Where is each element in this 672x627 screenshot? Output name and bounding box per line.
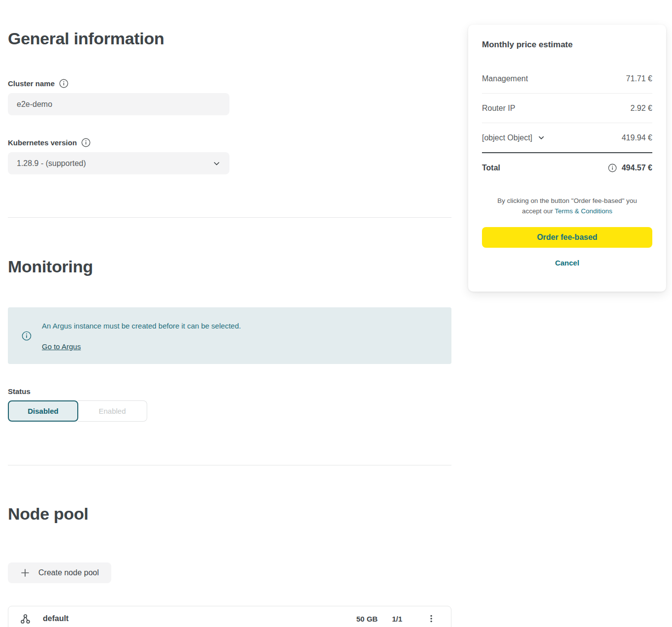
cancel-button[interactable]: Cancel bbox=[555, 259, 579, 267]
monthly-price-estimate-card: Monthly price estimate Management 71.71 … bbox=[468, 25, 666, 292]
node-pool-name: default bbox=[43, 614, 68, 623]
order-fee-based-button[interactable]: Order fee-based bbox=[482, 227, 652, 248]
main-form: General information Cluster name Kuberne… bbox=[8, 0, 451, 627]
chevron-down-icon bbox=[213, 160, 221, 167]
go-to-argus-link[interactable]: Go to Argus bbox=[42, 342, 81, 351]
info-icon[interactable] bbox=[59, 79, 68, 88]
section-divider bbox=[8, 217, 451, 218]
monitoring-title: Monitoring bbox=[8, 257, 451, 276]
node-pool-menu-button[interactable] bbox=[423, 612, 439, 626]
price-row-label: [object Object] bbox=[482, 132, 532, 143]
total-value: 494.57 € bbox=[622, 163, 652, 173]
create-node-pool-button[interactable]: Create node pool bbox=[8, 562, 111, 583]
price-row-management: Management 71.71 € bbox=[482, 64, 652, 94]
info-icon[interactable] bbox=[81, 138, 91, 147]
k8s-version-label: Kubernetes version bbox=[8, 138, 77, 147]
price-row-label: Router IP bbox=[482, 103, 515, 113]
total-label: Total bbox=[482, 163, 500, 173]
chevron-down-icon[interactable] bbox=[538, 134, 545, 141]
price-rows: Management 71.71 € Router IP 2.92 € [obj… bbox=[482, 64, 652, 152]
terms-text: By clicking on the button "Order fee-bas… bbox=[482, 196, 652, 216]
price-row-label: Management bbox=[482, 73, 528, 84]
status-label: Status bbox=[8, 387, 31, 396]
terms-line1: By clicking on the button "Order fee-bas… bbox=[497, 197, 637, 204]
total-row: Total 494.57 € bbox=[482, 153, 652, 182]
create-node-pool-label: Create node pool bbox=[38, 568, 99, 577]
node-pool-storage: 50 GB bbox=[356, 615, 378, 623]
node-pool-node-count: 1/1 bbox=[392, 615, 402, 623]
info-icon[interactable] bbox=[608, 164, 617, 172]
info-icon bbox=[22, 320, 32, 351]
plus-icon bbox=[20, 568, 30, 578]
kebab-icon bbox=[426, 614, 436, 624]
price-row-router-ip: Router IP 2.92 € bbox=[482, 94, 652, 123]
price-card-title: Monthly price estimate bbox=[482, 39, 652, 50]
node-pool-row[interactable]: default 50 GB 1/1 bbox=[8, 606, 451, 627]
node-pool-metrics: 50 GB 1/1 bbox=[356, 612, 439, 626]
terms-line2-prefix: accept our bbox=[522, 207, 555, 215]
section-divider bbox=[8, 465, 451, 465]
price-row-value: 2.92 € bbox=[631, 103, 652, 113]
argus-info-alert: An Argus instance must be created before… bbox=[8, 307, 451, 364]
cluster-name-label: Cluster name bbox=[8, 79, 55, 88]
k8s-version-selected-value: 1.28.9 - (supported) bbox=[17, 159, 86, 168]
k8s-version-select[interactable]: 1.28.9 - (supported) bbox=[8, 152, 229, 174]
cluster-name-label-row: Cluster name bbox=[8, 79, 451, 88]
cluster-name-input[interactable] bbox=[8, 93, 229, 115]
price-row-value: 419.94 € bbox=[622, 132, 652, 143]
node-pool-title: Node pool bbox=[8, 504, 451, 524]
price-row-node-pools: [object Object] 419.94 € bbox=[482, 123, 652, 152]
alert-body: An Argus instance must be created before… bbox=[42, 321, 241, 351]
alert-message: An Argus instance must be created before… bbox=[42, 321, 241, 330]
status-option-enabled[interactable]: Enabled bbox=[78, 400, 147, 422]
status-toggle: Disabled Enabled bbox=[8, 400, 147, 422]
terms-and-conditions-link[interactable]: Terms & Conditions bbox=[555, 207, 612, 215]
node-pool-icon bbox=[20, 614, 31, 624]
status-option-disabled[interactable]: Disabled bbox=[8, 400, 78, 422]
general-information-title: General information bbox=[8, 29, 451, 48]
status-label-row: Status bbox=[8, 387, 451, 396]
price-row-value: 71.71 € bbox=[626, 73, 652, 84]
k8s-version-label-row: Kubernetes version bbox=[8, 138, 451, 147]
